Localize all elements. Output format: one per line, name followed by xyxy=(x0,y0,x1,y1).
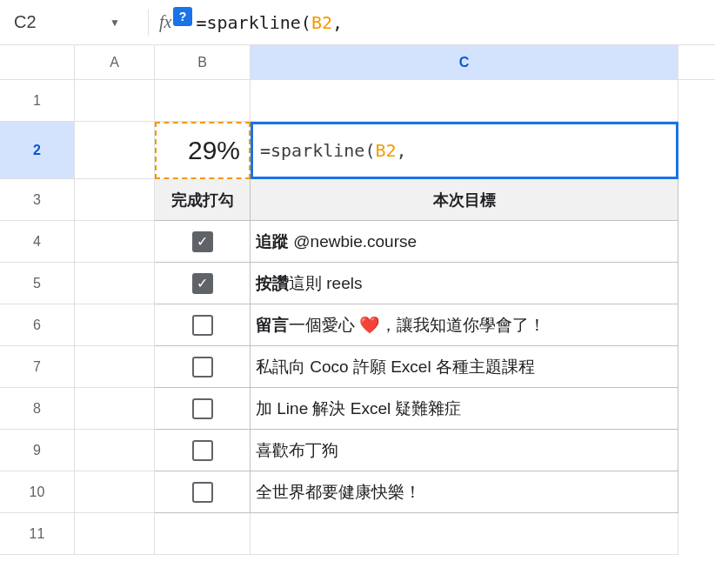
column-header-A[interactable]: A xyxy=(75,45,155,79)
row-11: 11 xyxy=(0,513,715,555)
cell-B1[interactable] xyxy=(155,80,251,122)
cell-C11[interactable] xyxy=(251,513,678,555)
cell-A6[interactable] xyxy=(75,304,155,346)
cell-C5[interactable]: 按讚這則 reels xyxy=(251,263,678,304)
formula-suffix: , xyxy=(332,12,343,33)
cell-reference-box[interactable]: C2 ▼ xyxy=(7,0,137,44)
cell-A7[interactable] xyxy=(75,346,155,388)
cell-C4-bold: 追蹤 xyxy=(256,232,289,251)
row-header-2[interactable]: 2 xyxy=(0,122,75,179)
cell-A8[interactable] xyxy=(75,388,155,430)
row-header-1[interactable]: 1 xyxy=(0,80,75,122)
row-3: 3 完成打勾 本次目標 xyxy=(0,179,715,221)
formula-prefix: =sparkline( xyxy=(196,12,311,33)
cell-B2[interactable]: 29% xyxy=(155,122,251,179)
row-4: 4 ✓ 追蹤 @newbie.course xyxy=(0,221,715,263)
cell-A5[interactable] xyxy=(75,263,155,304)
cell-B6-checkbox[interactable] xyxy=(155,304,251,346)
cell-reference-text: C2 xyxy=(14,12,110,32)
cell-C3-header[interactable]: 本次目標 xyxy=(251,179,678,221)
formula-cell-ref: B2 xyxy=(311,12,332,33)
row-header-3[interactable]: 3 xyxy=(0,179,75,221)
cell-B3-header[interactable]: 完成打勾 xyxy=(155,179,251,221)
column-header-C[interactable]: C xyxy=(251,45,678,79)
checkbox-checked-icon: ✓ xyxy=(192,231,213,252)
checkbox-checked-icon: ✓ xyxy=(192,273,213,294)
formula-cell-ref: B2 xyxy=(375,140,396,161)
row-header-11[interactable]: 11 xyxy=(0,513,75,555)
cell-A4[interactable] xyxy=(75,221,155,263)
checkbox-unchecked-icon xyxy=(192,398,213,419)
row-header-4[interactable]: 4 xyxy=(0,221,75,263)
formula-bar: C2 ▼ fx ? =sparkline(B2, xyxy=(0,0,715,45)
cell-C5-rest: 這則 reels xyxy=(289,274,362,292)
row-1: 1 xyxy=(0,80,715,122)
cell-C4-rest: @newbie.course xyxy=(289,232,417,251)
formula-suffix: , xyxy=(397,140,407,161)
row-header-7[interactable]: 7 xyxy=(0,346,75,388)
cell-A10[interactable] xyxy=(75,471,155,513)
cell-C6[interactable]: 留言一個愛心 ❤️，讓我知道你學會了！ xyxy=(251,304,678,346)
cell-C8[interactable]: 加 Line 解決 Excel 疑難雜症 xyxy=(251,388,678,430)
formula-prefix: =sparkline( xyxy=(260,140,375,161)
cell-C7[interactable]: 私訊向 Coco 許願 Excel 各種主題課程 xyxy=(251,346,678,388)
divider xyxy=(148,10,149,36)
cell-C6-rest: 一個愛心 ❤️，讓我知道你學會了！ xyxy=(289,316,545,334)
cell-B8-checkbox[interactable] xyxy=(155,388,251,430)
cell-C9[interactable]: 喜歡布丁狗 xyxy=(251,430,678,471)
row-8: 8 加 Line 解決 Excel 疑難雜症 xyxy=(0,388,715,430)
column-headers: A B C xyxy=(0,45,715,80)
formula-help-icon[interactable]: ? xyxy=(173,7,192,26)
row-header-9[interactable]: 9 xyxy=(0,430,75,471)
column-header-B[interactable]: B xyxy=(155,45,251,79)
row-2: 2 29% =sparkline(B2, xyxy=(0,122,715,179)
cell-A3[interactable] xyxy=(75,179,155,221)
cell-C6-bold: 留言 xyxy=(256,316,289,334)
cell-A1[interactable] xyxy=(75,80,155,122)
cell-B7-checkbox[interactable] xyxy=(155,346,251,388)
cell-C10[interactable]: 全世界都要健康快樂！ xyxy=(251,471,678,513)
spreadsheet-grid: A B C 1 2 29% =sparkline(B2, 3 完成打勾 本次目標… xyxy=(0,45,715,555)
row-9: 9 喜歡布丁狗 xyxy=(0,430,715,471)
cell-B9-checkbox[interactable] xyxy=(155,430,251,471)
row-5: 5 ✓ 按讚這則 reels xyxy=(0,263,715,304)
cell-A9[interactable] xyxy=(75,430,155,471)
fx-label: fx xyxy=(159,12,171,32)
cell-B10-checkbox[interactable] xyxy=(155,471,251,513)
checkbox-unchecked-icon xyxy=(192,440,213,461)
cell-B4-checkbox[interactable]: ✓ xyxy=(155,221,251,263)
row-10: 10 全世界都要健康快樂！ xyxy=(0,471,715,513)
cell-B2-value: 29% xyxy=(188,136,240,165)
cell-C4[interactable]: 追蹤 @newbie.course xyxy=(251,221,678,263)
cell-B11[interactable] xyxy=(155,513,251,555)
cell-A11[interactable] xyxy=(75,513,155,555)
row-6: 6 留言一個愛心 ❤️，讓我知道你學會了！ xyxy=(0,304,715,346)
cell-A2[interactable] xyxy=(75,122,155,179)
checkbox-unchecked-icon xyxy=(192,482,213,503)
fx-label-wrap: fx ? xyxy=(159,12,171,32)
cell-C1[interactable] xyxy=(251,80,678,122)
row-header-5[interactable]: 5 xyxy=(0,263,75,304)
formula-input[interactable]: =sparkline(B2, xyxy=(196,12,343,33)
row-header-10[interactable]: 10 xyxy=(0,471,75,513)
cell-B5-checkbox[interactable]: ✓ xyxy=(155,263,251,304)
row-header-6[interactable]: 6 xyxy=(0,304,75,346)
select-all-corner[interactable] xyxy=(0,45,75,79)
checkbox-unchecked-icon xyxy=(192,315,213,336)
row-7: 7 私訊向 Coco 許願 Excel 各種主題課程 xyxy=(0,346,715,388)
chevron-down-icon[interactable]: ▼ xyxy=(110,17,120,29)
cell-C5-bold: 按讚 xyxy=(256,274,289,292)
row-header-8[interactable]: 8 xyxy=(0,388,75,430)
cell-C2-editing[interactable]: =sparkline(B2, xyxy=(251,122,678,179)
checkbox-unchecked-icon xyxy=(192,357,213,378)
